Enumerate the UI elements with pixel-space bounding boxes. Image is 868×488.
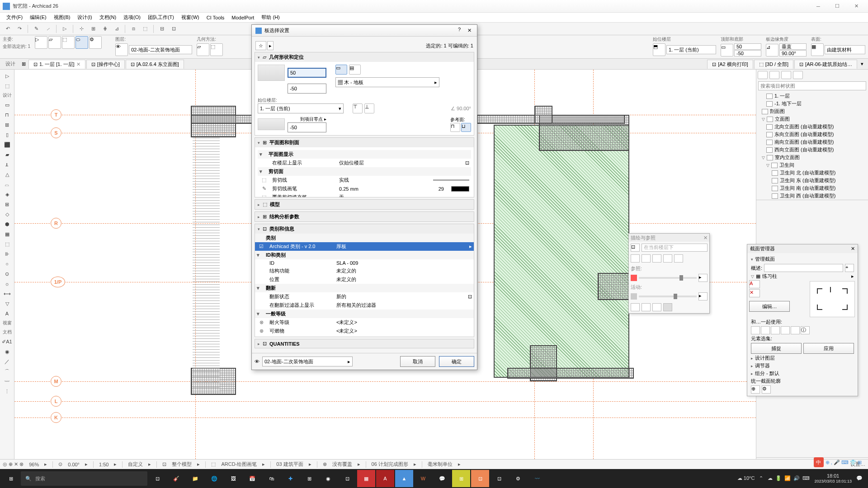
favorite-button[interactable]: ☆ (255, 41, 266, 50)
view3d-icon[interactable]: ⬚ (140, 24, 150, 34)
tab-design[interactable]: 设计 (2, 60, 19, 68)
top-field[interactable]: 50 (734, 43, 761, 50)
use-col[interactable] (771, 326, 780, 334)
explorer-icon[interactable]: 📁 (186, 470, 204, 487)
search-input[interactable] (758, 81, 866, 90)
text-tool-icon[interactable]: A (1, 309, 13, 318)
material-combo[interactable]: ▦ 木 - 地板▸ (335, 77, 439, 87)
surface-icon[interactable]: ▦ (811, 43, 824, 56)
nav-tab4[interactable] (793, 71, 803, 79)
undo-button[interactable]: ↶ (3, 24, 13, 34)
taskview-button[interactable]: ⊡ (148, 470, 166, 487)
trace-toggle[interactable]: ⊡ (631, 244, 640, 252)
angle[interactable]: 0.00° (68, 462, 80, 467)
snap-icon[interactable]: ⊹ (76, 24, 86, 34)
offset-input[interactable] (288, 84, 326, 94)
layer-combo[interactable]: 02-地面-二次装饰地面 (129, 45, 192, 54)
nav-tab3[interactable] (781, 71, 791, 79)
dialog-close-button[interactable]: ✕ (465, 27, 473, 35)
zoom-level[interactable]: 96% (29, 462, 39, 467)
ref-menu[interactable]: ▸ (698, 274, 708, 282)
settings-icon[interactable]: ⚙ (509, 470, 527, 487)
ref-opacity-slider[interactable] (639, 277, 697, 279)
weather-widget[interactable]: ☁ 10°C (737, 475, 755, 481)
structure-basic[interactable]: ▭ (335, 65, 347, 75)
fill-tool-icon[interactable]: ◉ (1, 347, 13, 356)
edge-angle[interactable]: 90.00° (779, 50, 807, 56)
use-rail[interactable] (781, 326, 790, 334)
stair-tool-icon[interactable]: ⫫ (1, 160, 13, 169)
story-icon[interactable]: ⬒ (653, 43, 665, 56)
home-story-combo[interactable]: 1. 一层 (当前)▾ (258, 103, 344, 113)
notifications-button[interactable]: 💬 (856, 475, 863, 481)
delete-icon[interactable]: ✕ (749, 289, 760, 297)
trace-btn2[interactable] (642, 254, 651, 263)
more-tool-icon[interactable]: ⋮ (1, 387, 13, 396)
act-color[interactable] (631, 293, 637, 300)
txt-color-icon[interactable]: A (749, 280, 760, 288)
method1-button[interactable]: ▱ (197, 43, 209, 56)
menu-modelport[interactable]: ModelPort (228, 14, 258, 21)
menu-document[interactable]: 文档(N) (96, 13, 120, 22)
geo3-button[interactable]: ⬭ (75, 36, 88, 49)
layer-visible-icon[interactable]: 👁 (115, 43, 128, 56)
classification-row[interactable]: ☑ Archicad 类别 - v 2.0 厚板 ▸ (255, 242, 474, 251)
apply-button[interactable]: 应用 (803, 343, 854, 354)
marquee-tool-icon[interactable]: ⬚ (1, 81, 13, 90)
beam-tool-icon[interactable]: ⬛ (1, 140, 13, 149)
curtain-tool-icon[interactable]: ⊞ (1, 200, 13, 209)
chrome-icon[interactable]: ◉ (319, 470, 337, 487)
shell-tool-icon[interactable]: ⌓ (1, 180, 13, 189)
tab-east-elev[interactable]: ⊡[A.02.6.4 东立面图] (126, 60, 184, 69)
arc-tool-icon[interactable]: ⌒ (1, 367, 13, 376)
skylight-tool-icon[interactable]: ◈ (1, 190, 13, 199)
trace-b3[interactable] (652, 303, 661, 311)
wechat-icon[interactable]: 💬 (433, 470, 451, 487)
wps-icon[interactable]: W (414, 470, 432, 487)
calendar-icon[interactable]: 📅 (243, 470, 261, 487)
app6-icon[interactable]: ⊞ (452, 470, 470, 487)
tray-icons[interactable]: ☁🔋📶🔊⌨ (768, 475, 810, 481)
use-obj[interactable] (791, 326, 800, 334)
slab-tool-icon[interactable]: ▰ (1, 150, 13, 159)
app5-icon[interactable]: A (376, 470, 394, 487)
tab-3d[interactable]: ⬚[3D / 全部] (754, 60, 793, 69)
nav-tab1[interactable] (758, 71, 768, 79)
column-tool-icon[interactable]: ▯ (1, 130, 13, 139)
menu-file[interactable]: 文件(F) (3, 13, 26, 22)
archicad-icon[interactable]: ▲ (395, 470, 413, 487)
refplane-top[interactable]: ⊤ (353, 103, 363, 113)
level-tool-icon[interactable]: ▽ (1, 299, 13, 308)
menu-options[interactable]: 选项(O) (120, 13, 144, 22)
start-button[interactable]: ⊞ (2, 470, 20, 487)
help-button[interactable]: ? (458, 27, 461, 35)
edge-icon[interactable]: 🌐 (205, 470, 223, 487)
trace-btn1[interactable] (631, 254, 640, 263)
tab-ar06[interactable]: ⊡[AR-06-建筑原始结… (794, 60, 857, 69)
bottom-field[interactable]: -50 (734, 50, 761, 56)
structure-composite[interactable]: ▤ (349, 65, 361, 75)
app1-icon[interactable]: 🎸 (167, 470, 185, 487)
app9-icon[interactable]: 〰 (528, 470, 546, 487)
grid-icon[interactable]: ⊞ (88, 24, 98, 34)
trace-btn4[interactable] (663, 254, 672, 263)
photos-icon[interactable]: 🖼 (224, 470, 242, 487)
section-icon[interactable]: ⊟ (157, 24, 167, 34)
ref-offset-input[interactable] (288, 122, 326, 132)
method2-button[interactable]: ⬚ (210, 43, 223, 56)
trace-btn3[interactable] (652, 254, 661, 263)
use-wall[interactable] (751, 326, 760, 334)
trace-field[interactable]: 在当前楼层下 (642, 244, 708, 252)
cancel-button[interactable]: 取消 (400, 356, 435, 367)
close-icon[interactable]: ✕ (851, 246, 855, 252)
railing-tool-icon[interactable]: ⊪ (1, 249, 13, 258)
guide-icon[interactable]: ⊿ (112, 24, 122, 34)
arrow-tool-icon[interactable]: ▷ (1, 71, 13, 80)
plus-icon[interactable]: ✚ (281, 470, 299, 487)
menu-window[interactable]: 视窗(W) (178, 13, 203, 22)
menu-view[interactable]: 视图(B) (50, 13, 74, 22)
close-icon[interactable]: ✕ (76, 61, 80, 67)
menu-design[interactable]: 设计(I) (74, 13, 95, 22)
minimize-button[interactable]: ─ (809, 2, 827, 11)
use-info[interactable]: ⓘ (801, 326, 810, 334)
